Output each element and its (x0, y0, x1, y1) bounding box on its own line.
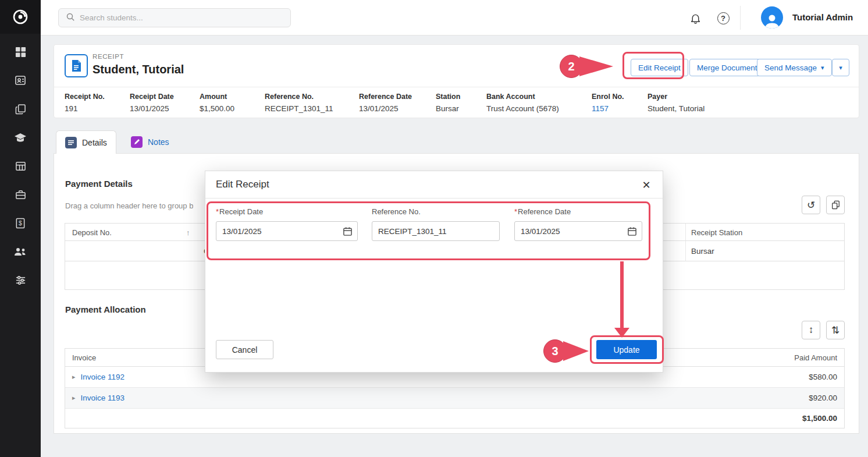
row-expander-icon[interactable]: ▸ (72, 394, 76, 402)
help-button[interactable]: ? (714, 9, 732, 27)
close-icon[interactable]: ✕ (639, 178, 653, 192)
student-search[interactable] (58, 8, 291, 27)
field-enrol-no: Enrol No.1157 (592, 93, 624, 113)
logo-icon (11, 8, 30, 26)
reference-date-field: *Reference Date (514, 207, 642, 241)
edit-receipt-dialog: Edit Receipt ✕ *Receipt Date Reference N… (205, 171, 663, 373)
field-receipt-date: Receipt Date13/01/2025 (130, 93, 174, 113)
user-icon (763, 12, 781, 29)
field-reference-no: Reference No.RECEIPT_1301_11 (265, 93, 333, 113)
paid-amount-cell: $920.00 (809, 394, 837, 402)
sidebar-item-contacts[interactable] (13, 74, 27, 87)
field-bank-account: Bank AccountTrust Account (5678) (486, 93, 559, 113)
expand-all-rows-button[interactable]: ↕ (802, 321, 820, 339)
group-by-hint: Drag a column header here to group b (65, 201, 193, 210)
required-marker: * (514, 207, 517, 216)
send-message-label: Send Message (764, 63, 817, 72)
field-station: StationBursar (436, 93, 460, 113)
notifications-button[interactable] (686, 9, 704, 27)
collapse-all-rows-button[interactable]: ⇅ (826, 321, 845, 339)
tab-notes-label: Notes (148, 137, 169, 147)
tab-details-label: Details (82, 138, 107, 147)
field-reference-date: Reference Date13/01/2025 (359, 93, 412, 113)
receipt-station-cell: Bursar (691, 247, 714, 256)
chevron-down-icon: ▾ (821, 64, 824, 72)
deposit-no-column-header[interactable]: Deposit No. (72, 228, 112, 236)
expand-all-icon: ↕ (809, 324, 814, 336)
sidebar-item-hr[interactable] (13, 188, 27, 201)
dialog-header: Edit Receipt ✕ (205, 171, 663, 199)
payment-allocation-heading: Payment Allocation (65, 304, 146, 314)
receipt-doc-icon (65, 54, 88, 77)
payment-details-heading: Payment Details (65, 179, 133, 189)
sidebar-item-dashboard[interactable] (13, 45, 27, 58)
notes-tab-icon (131, 136, 143, 148)
calendar-icon[interactable] (627, 226, 637, 239)
receipt-date-field: *Receipt Date (216, 207, 358, 241)
calendar-icon[interactable] (343, 226, 353, 239)
cancel-button[interactable]: Cancel (216, 340, 273, 359)
required-marker: * (216, 207, 219, 216)
svg-text:$: $ (19, 220, 22, 226)
search-input[interactable] (80, 13, 283, 22)
tab-notes[interactable]: Notes (122, 130, 178, 154)
send-message-button[interactable]: Send Message ▾ (757, 59, 832, 76)
sidebar-item-courses[interactable] (13, 131, 27, 144)
paid-amount-total: $1,500.00 (65, 409, 844, 428)
help-icon: ? (717, 12, 730, 24)
history-icon: ↺ (807, 199, 815, 211)
receipt-station-column-header[interactable]: Receipt Station (691, 228, 742, 236)
export-copy-button[interactable] (826, 196, 845, 214)
field-amount: Amount$1,500.00 (200, 93, 234, 113)
copy-icon (831, 200, 840, 210)
record-type-label: RECEIPT (93, 53, 124, 60)
receipt-summary-row: Receipt No.191 Receipt Date13/01/2025 Am… (54, 87, 859, 119)
paid-amount-cell: $580.00 (809, 373, 837, 381)
app-window: $ ? Tutorial Admin (0, 0, 868, 457)
details-tab-icon (65, 137, 77, 148)
sidebar-item-people[interactable] (13, 245, 27, 258)
receipt-header-card: RECEIPT Student, Tutorial Edit Receipt M… (54, 44, 859, 118)
more-actions-button[interactable]: ▾ (832, 59, 849, 76)
chevron-down-icon: ▾ (839, 64, 842, 72)
page-title: Student, Tutorial (93, 63, 184, 76)
sidebar: $ (0, 0, 41, 457)
paid-amount-column-header[interactable]: Paid Amount (794, 353, 837, 362)
tab-details[interactable]: Details (56, 130, 116, 154)
dialog-title: Edit Receipt (216, 179, 269, 190)
sidebar-item-billing[interactable]: $ (13, 217, 27, 229)
reference-no-field: Reference No. (372, 207, 500, 241)
invoice-link[interactable]: Invoice 1192 (81, 373, 125, 381)
update-button[interactable]: Update (596, 340, 657, 359)
app-logo[interactable] (0, 0, 41, 34)
invoice-column-header[interactable]: Invoice (72, 353, 96, 362)
user-name[interactable]: Tutorial Admin (792, 12, 853, 22)
collapse-all-icon: ⇅ (831, 324, 839, 336)
merge-document-button[interactable]: Merge Document (689, 59, 765, 76)
topbar: ? Tutorial Admin (41, 0, 868, 36)
column-divider (685, 224, 686, 240)
edit-receipt-button[interactable]: Edit Receipt (631, 59, 688, 76)
row-expander-icon[interactable]: ▸ (72, 373, 76, 381)
bell-icon (689, 12, 702, 24)
sidebar-item-settings[interactable] (13, 274, 27, 286)
column-divider (685, 241, 686, 261)
user-avatar[interactable] (761, 6, 783, 29)
table-row[interactable]: ▸ Invoice 1193 $920.00 (65, 388, 844, 409)
search-icon (66, 12, 75, 24)
reference-date-input[interactable] (515, 227, 642, 236)
invoice-link[interactable]: Invoice 1193 (81, 394, 125, 402)
topbar-divider (740, 6, 741, 30)
receipt-date-input[interactable] (216, 227, 357, 236)
history-button[interactable]: ↺ (802, 196, 820, 214)
sidebar-item-tables[interactable] (13, 160, 27, 172)
sort-asc-icon[interactable]: ↑ (186, 228, 190, 236)
field-payer: PayerStudent, Tutorial (648, 93, 705, 113)
sidebar-item-documents[interactable] (13, 102, 27, 115)
enrol-no-link[interactable]: 1157 (592, 104, 624, 113)
field-receipt-no: Receipt No.191 (65, 93, 105, 113)
reference-no-input[interactable] (372, 227, 499, 236)
